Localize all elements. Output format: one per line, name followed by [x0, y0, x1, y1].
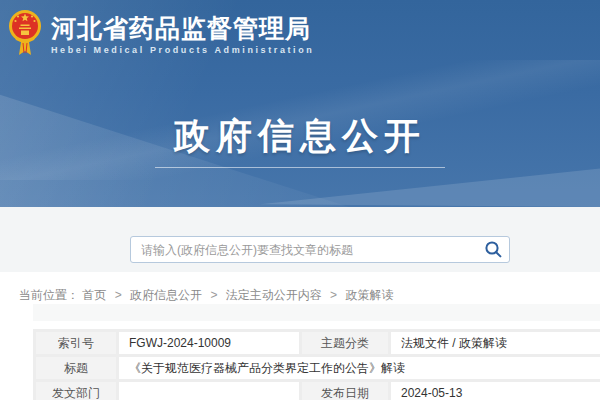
field-value-issuing-department	[119, 382, 299, 400]
breadcrumb-separator: >	[330, 288, 337, 302]
banner-underline	[155, 167, 445, 168]
field-value-publish-date: 2024-05-13	[391, 382, 600, 400]
page-title: 政府信息公开	[0, 112, 600, 161]
field-label-issuing-department: 发文部门	[36, 382, 116, 400]
breadcrumb: 当前位置： 首页 > 政府信息公开 > 法定主动公开内容 > 政策解读	[0, 272, 600, 301]
content-panel-top-strip	[33, 304, 600, 321]
breadcrumb-item-statutory-disclosure[interactable]: 法定主动公开内容	[226, 288, 322, 302]
site-name-english: Hebei Medical Products Administration	[51, 45, 314, 55]
document-info-table: 索引号 FGWJ-2024-10009 主题分类 法规文件 / 政策解读 标题 …	[33, 329, 600, 400]
search-box	[130, 236, 510, 263]
search-section	[0, 207, 600, 272]
field-label-title: 标题	[36, 357, 116, 379]
site-title-block: 河北省药品监督管理局 Hebei Medical Products Admini…	[51, 8, 314, 55]
site-name-chinese: 河北省药品监督管理局	[51, 14, 314, 42]
breadcrumb-item-info-disclosure[interactable]: 政府信息公开	[130, 288, 202, 302]
search-icon	[484, 240, 503, 259]
search-button[interactable]	[477, 237, 509, 262]
breadcrumb-separator: >	[115, 288, 122, 302]
table-row-index: 索引号 FGWJ-2024-10009 主题分类 法规文件 / 政策解读	[36, 332, 600, 354]
table-row-department: 发文部门 发布日期 2024-05-13	[36, 382, 600, 400]
breadcrumb-location-label: 当前位置：	[19, 288, 79, 302]
field-value-index-number: FGWJ-2024-10009	[119, 332, 299, 354]
field-label-publish-date: 发布日期	[302, 382, 388, 400]
table-row-title: 标题 《关于规范医疗器械产品分类界定工作的公告》解读	[36, 357, 600, 379]
breadcrumb-separator: >	[210, 288, 217, 302]
field-label-topic-category: 主题分类	[302, 332, 388, 354]
breadcrumb-item-policy-interpretation[interactable]: 政策解读	[345, 288, 393, 302]
china-national-emblem-icon	[8, 8, 42, 58]
breadcrumb-item-home[interactable]: 首页	[82, 288, 106, 302]
site-logo[interactable]: 河北省药品监督管理局 Hebei Medical Products Admini…	[8, 8, 314, 58]
field-value-title: 《关于规范医疗器械产品分类界定工作的公告》解读	[119, 357, 600, 379]
page-header: 河北省药品监督管理局 Hebei Medical Products Admini…	[0, 0, 600, 207]
field-value-topic-category: 法规文件 / 政策解读	[391, 332, 600, 354]
search-input[interactable]	[131, 243, 477, 257]
field-label-index-number: 索引号	[36, 332, 116, 354]
